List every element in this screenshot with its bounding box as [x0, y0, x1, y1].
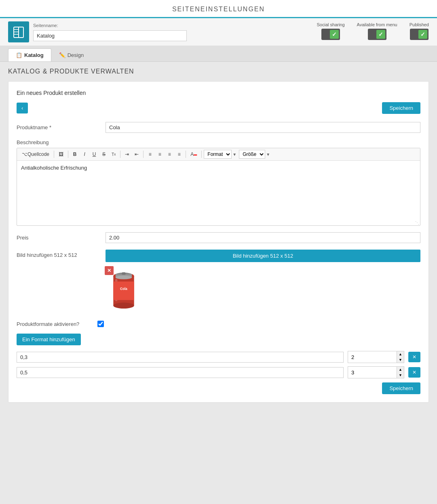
format-value-input-1[interactable] [348, 352, 397, 362]
remove-image-button[interactable]: ✕ [105, 266, 114, 275]
clear-format-button[interactable]: Tx [109, 150, 118, 159]
svg-point-7 [113, 302, 134, 309]
align-left-button[interactable]: ≡ [146, 150, 154, 159]
sep3 [120, 151, 120, 158]
editor-area-wrapper: Antialkoholische Erfrischung ⋱ [17, 161, 420, 225]
upload-button[interactable]: Bild hinzufügen 512 x 512 [106, 250, 420, 262]
align-center-button[interactable]: ≡ [155, 150, 164, 159]
spinner-down-1[interactable]: ▼ [397, 357, 404, 363]
published-label: Published [410, 22, 429, 27]
card-title: Ein neues Produkt erstellen [17, 90, 420, 96]
produktname-row: Produktname * [17, 122, 420, 133]
quellcode-button[interactable]: ⌥ Quellcode [19, 150, 52, 159]
book-icon [12, 25, 25, 38]
format-spinner-wrapper-1: ▲ ▼ [348, 351, 404, 363]
produktname-field [106, 122, 420, 133]
preis-row: Preis [17, 232, 420, 243]
sep6 [201, 151, 202, 158]
page-header: SEITENEINSTELLUNGEN [0, 0, 437, 18]
format-select[interactable]: Format [204, 150, 232, 159]
product-image: Cola [106, 269, 142, 313]
italic-button[interactable]: I [80, 150, 89, 159]
image-preview-wrapper: ✕ [106, 267, 142, 314]
format-rows: ▲ ▼ ✕ ▲ ▼ ✕ [17, 351, 420, 378]
svg-rect-11 [122, 272, 125, 275]
published-check [418, 30, 427, 39]
svg-point-10 [116, 275, 132, 279]
underline-button[interactable]: U [90, 150, 99, 159]
strikethrough-button[interactable]: S [99, 150, 108, 159]
spinner-down-2[interactable]: ▼ [397, 372, 404, 378]
svg-text:Cola: Cola [120, 287, 127, 291]
produktformate-checkbox[interactable] [97, 321, 104, 327]
quellcode-icon: ⌥ [22, 151, 27, 157]
available-menu-toggle-group: Available from menu [357, 22, 397, 40]
seitenname-label: Seitenname: [33, 23, 187, 28]
editor-area[interactable]: Antialkoholische Erfrischung [17, 161, 420, 225]
save-button-bottom[interactable]: Speichern [382, 382, 420, 394]
remove-format-button-2[interactable]: ✕ [408, 367, 420, 378]
published-toggle-group: Published [410, 22, 429, 40]
produktformate-label: Produktformate aktivieren? [17, 321, 97, 327]
format-spinner-wrapper-2: ▲ ▼ [348, 366, 404, 378]
bild-label: Bild hinzufügen 512 x 512 [17, 250, 97, 258]
format-row-2: ▲ ▼ ✕ [17, 366, 420, 378]
bild-field: Bild hinzufügen 512 x 512 ✕ [106, 250, 420, 314]
social-sharing-toggle-group: Social sharing [317, 22, 345, 40]
spinner-btns-2: ▲ ▼ [397, 367, 404, 378]
tabs-bar: 📋 Katalog ✏️ Design [0, 46, 437, 62]
section-title: KATALOG & PRODUKTE VERWALTEN [8, 68, 429, 75]
image-button[interactable]: 🖼 [56, 150, 66, 159]
produktname-label: Produktname * [17, 122, 97, 130]
format-row-1: ▲ ▼ ✕ [17, 351, 420, 363]
produktname-input[interactable] [106, 122, 420, 133]
spinner-up-1[interactable]: ▲ [397, 351, 404, 357]
add-format-button[interactable]: Ein Format hinzufügen [17, 334, 81, 345]
spinner-btns-1: ▲ ▼ [397, 351, 404, 363]
format-name-input-2[interactable] [17, 367, 344, 378]
format-value-input-2[interactable] [348, 368, 397, 378]
font-color-button[interactable]: A▬ [188, 150, 199, 159]
product-card: Ein neues Produkt erstellen ‹ Speichern … [8, 81, 429, 403]
save-button-top[interactable]: Speichern [382, 102, 420, 114]
editor-toolbar: ⌥ Quellcode 🖼 B I U S Tx ⇥ ⇤ [17, 148, 420, 161]
tab-design-label: Design [68, 52, 84, 58]
available-menu-label: Available from menu [357, 22, 397, 27]
sep4 [143, 151, 144, 158]
resize-handle[interactable]: ⋱ [415, 220, 419, 225]
editor-wrapper: ⌥ Quellcode 🖼 B I U S Tx ⇥ ⇤ [17, 148, 420, 226]
groesse-select[interactable]: Größe [239, 150, 265, 159]
spinner-up-2[interactable]: ▲ [397, 367, 404, 372]
beschreibung-section: Beschreibung ⌥ Quellcode 🖼 B I U S [17, 139, 420, 226]
published-toggle[interactable] [410, 29, 429, 40]
social-sharing-toggle[interactable] [321, 29, 340, 40]
tab-katalog[interactable]: 📋 Katalog [8, 48, 51, 61]
remove-format-button-1[interactable]: ✕ [408, 352, 420, 362]
align-justify-button[interactable]: ≡ [175, 150, 184, 159]
toggles-section: Social sharing Available from menu Publi… [317, 22, 429, 42]
format-name-input-1[interactable] [17, 352, 344, 363]
available-menu-toggle[interactable] [368, 29, 386, 40]
bild-row: Bild hinzufügen 512 x 512 Bild hinzufüge… [17, 250, 420, 314]
seitenname-input[interactable] [33, 30, 187, 41]
site-icon [8, 21, 29, 42]
indent-increase-button[interactable]: ⇥ [122, 150, 131, 159]
sep1 [54, 151, 54, 158]
indent-decrease-button[interactable]: ⇤ [132, 150, 141, 159]
page-title: SEITENEINSTELLUNGEN [0, 6, 437, 13]
tab-design[interactable]: ✏️ Design [51, 48, 91, 61]
groesse-chevron: ▼ [266, 152, 270, 157]
sep5 [186, 151, 186, 158]
align-right-button[interactable]: ≡ [165, 150, 174, 159]
quellcode-label: Quellcode [27, 151, 49, 157]
available-menu-check [376, 30, 385, 39]
social-sharing-label: Social sharing [317, 22, 345, 27]
preis-input[interactable] [106, 232, 420, 243]
back-button[interactable]: ‹ [17, 103, 28, 113]
beschreibung-label: Beschreibung [17, 139, 420, 145]
bold-button[interactable]: B [70, 150, 79, 159]
format-chevron: ▼ [232, 152, 236, 157]
main-content: KATALOG & PRODUKTE VERWALTEN Ein neues P… [0, 62, 437, 409]
sep2 [68, 151, 68, 158]
pencil-tab-icon: ✏️ [59, 52, 65, 58]
